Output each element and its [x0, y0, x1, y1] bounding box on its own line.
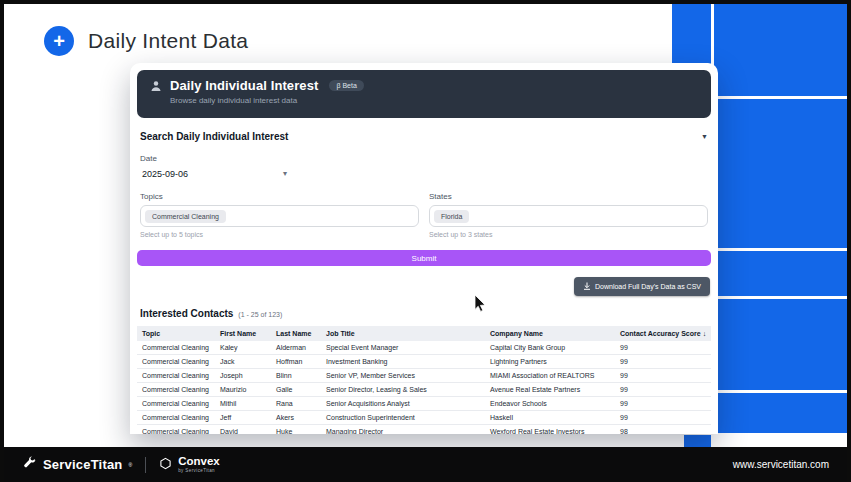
- results-count: (1 - 25 of 123): [238, 311, 282, 318]
- table-row[interactable]: Commercial CleaningJackHoffmanInvestment…: [137, 355, 711, 369]
- convex-logo-icon: [159, 456, 172, 474]
- filters-row: Topics Commercial Cleaning Select up to …: [137, 192, 711, 240]
- beta-badge: β Beta: [329, 80, 363, 91]
- column-header[interactable]: Job Title: [321, 326, 485, 341]
- table-cell: Special Event Manager: [321, 341, 485, 355]
- submit-button[interactable]: Submit: [137, 250, 711, 266]
- table-cell: Senior VP, Member Services: [321, 369, 485, 383]
- table-cell: Haskell: [485, 411, 615, 425]
- results-header: Interested Contacts (1 - 25 of 123): [137, 308, 711, 321]
- sort-descending-icon: ↓: [703, 330, 707, 337]
- servicetitan-logo: ServiceTitan®: [22, 455, 132, 474]
- table-header-row: TopicFirst NameLast NameJob TitleCompany…: [137, 326, 711, 341]
- servicetitan-logo-icon: [22, 455, 37, 474]
- slide-title: Daily Intent Data: [88, 29, 248, 53]
- table-cell: 99: [615, 369, 711, 383]
- table-cell: Joseph: [215, 369, 271, 383]
- table-row[interactable]: Commercial CleaningDavidHukeManaging Dir…: [137, 425, 711, 435]
- table-cell: Managing Director: [321, 425, 485, 435]
- table-cell: Commercial Cleaning: [137, 411, 215, 425]
- table-cell: 98: [615, 425, 711, 435]
- table-cell: Lightning Partners: [485, 355, 615, 369]
- chevron-down-icon: ▾: [283, 169, 287, 178]
- table-row[interactable]: Commercial CleaningMaurizioGalleSenior D…: [137, 383, 711, 397]
- table-cell: Commercial Cleaning: [137, 397, 215, 411]
- date-field: Date 2025-09-06 ▾: [137, 154, 711, 182]
- app-subtitle: Browse daily individual interest data: [170, 96, 699, 105]
- app-header: Daily Individual Interest β Beta Browse …: [137, 70, 711, 118]
- download-row: Download Full Day's Data as CSV: [137, 277, 711, 296]
- date-select[interactable]: 2025-09-06 ▾: [140, 165, 289, 182]
- states-label: States: [429, 192, 708, 202]
- table-cell: Avenue Real Estate Partners: [485, 383, 615, 397]
- table-cell: Galle: [271, 383, 321, 397]
- date-value: 2025-09-06: [142, 169, 188, 179]
- table-cell: Senior Director, Leasing & Sales: [321, 383, 485, 397]
- table-cell: Blinn: [271, 369, 321, 383]
- table-cell: 99: [615, 397, 711, 411]
- footer-logos: ServiceTitan® Convex by ServiceTitan: [22, 455, 220, 474]
- download-csv-button[interactable]: Download Full Day's Data as CSV: [574, 277, 710, 296]
- topic-chip[interactable]: Commercial Cleaning: [145, 210, 226, 223]
- servicetitan-wordmark: ServiceTitan: [43, 457, 122, 472]
- column-header[interactable]: Topic: [137, 326, 215, 341]
- table-cell: Alderman: [271, 341, 321, 355]
- website-url: www.servicetitan.com: [733, 459, 829, 470]
- table-cell: Akers: [271, 411, 321, 425]
- mouse-cursor: [474, 294, 487, 313]
- search-section-title: Search Daily Individual Interest: [140, 131, 288, 142]
- collapse-chevron-icon[interactable]: ▼: [701, 133, 708, 140]
- table-cell: Capital City Bank Group: [485, 341, 615, 355]
- app-title: Daily Individual Interest: [170, 78, 318, 93]
- state-chip[interactable]: Florida: [434, 210, 469, 223]
- table-cell: Hoffman: [271, 355, 321, 369]
- decorative-blue-square: [684, 435, 711, 447]
- contacts-table: TopicFirst NameLast NameJob TitleCompany…: [137, 326, 711, 434]
- topics-input[interactable]: Commercial Cleaning: [140, 205, 419, 227]
- app-screenshot-card: Daily Individual Interest β Beta Browse …: [130, 63, 718, 434]
- column-header[interactable]: Company Name: [485, 326, 615, 341]
- registered-trademark: ®: [128, 462, 132, 468]
- table-cell: Jeff: [215, 411, 271, 425]
- table-cell: Commercial Cleaning: [137, 369, 215, 383]
- table-cell: 99: [615, 411, 711, 425]
- convex-subtext: by ServiceTitan: [178, 469, 220, 474]
- search-section-header: Search Daily Individual Interest ▼: [137, 130, 711, 142]
- table-cell: Kaley: [215, 341, 271, 355]
- table-cell: Rana: [271, 397, 321, 411]
- column-header[interactable]: Contact Accuracy Score↓: [615, 326, 711, 341]
- table-cell: Maurizio: [215, 383, 271, 397]
- table-cell: MIAMI Association of REALTORS: [485, 369, 615, 383]
- slide-header: + Daily Intent Data: [44, 26, 248, 56]
- plus-icon: +: [44, 26, 74, 56]
- individual-interest-icon: [149, 79, 163, 93]
- table-cell: 99: [615, 383, 711, 397]
- footer: ServiceTitan® Convex by ServiceTitan www…: [0, 447, 851, 482]
- table-cell: 99: [615, 355, 711, 369]
- topics-helper-text: Select up to 5 topics: [140, 231, 419, 240]
- topics-field: Topics Commercial Cleaning Select up to …: [140, 192, 419, 240]
- table-row[interactable]: Commercial CleaningKaleyAldermanSpecial …: [137, 341, 711, 355]
- download-icon: [583, 282, 591, 291]
- column-header[interactable]: First Name: [215, 326, 271, 341]
- table-cell: Commercial Cleaning: [137, 383, 215, 397]
- states-helper-text: Select up to 3 states: [429, 231, 708, 240]
- table-cell: Commercial Cleaning: [137, 341, 215, 355]
- table-cell: Mithil: [215, 397, 271, 411]
- table-cell: Huke: [271, 425, 321, 435]
- logo-divider: [145, 457, 146, 473]
- table-row[interactable]: Commercial CleaningJosephBlinnSenior VP,…: [137, 369, 711, 383]
- states-field: States Florida Select up to 3 states: [429, 192, 708, 240]
- results-title: Interested Contacts: [140, 308, 233, 319]
- table-row[interactable]: Commercial CleaningJeffAkersConstruction…: [137, 411, 711, 425]
- download-csv-label: Download Full Day's Data as CSV: [595, 283, 701, 290]
- table-cell: Investment Banking: [321, 355, 485, 369]
- table-row[interactable]: Commercial CleaningMithilRanaSenior Acqu…: [137, 397, 711, 411]
- table-cell: Wexford Real Estate Investors: [485, 425, 615, 435]
- table-cell: Commercial Cleaning: [137, 355, 215, 369]
- convex-wordmark: Convex: [178, 456, 220, 468]
- states-input[interactable]: Florida: [429, 205, 708, 227]
- date-label: Date: [140, 154, 708, 164]
- table-cell: Construction Superintendent: [321, 411, 485, 425]
- column-header[interactable]: Last Name: [271, 326, 321, 341]
